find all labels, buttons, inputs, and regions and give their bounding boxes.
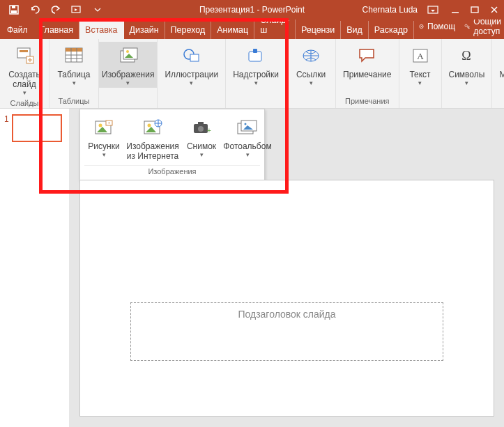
caret-icon: ▾ — [23, 89, 26, 96]
window-controls — [445, 0, 504, 20]
svg-rect-29 — [249, 52, 261, 61]
share-icon[interactable] — [464, 22, 471, 31]
pictures-button[interactable]: Рисунки ▾ — [84, 114, 123, 162]
group-media: Мультимедиа ▾ . — [492, 39, 504, 108]
illustrations-button[interactable]: Иллюстрации ▾ — [162, 42, 221, 88]
svg-rect-1 — [12, 6, 15, 8]
tab-review[interactable]: Рецензи — [296, 21, 341, 39]
group-comments-label: Примечания — [345, 95, 390, 107]
svg-point-36 — [99, 124, 102, 127]
title-bar: Презентация1 - PowerPoint Chernata Luda — [0, 0, 504, 20]
group-text: A Текст ▾ . — [399, 39, 442, 108]
table-label: Таблица — [57, 70, 90, 79]
svg-rect-19 — [66, 48, 82, 52]
ribbon-display-options-icon[interactable] — [423, 0, 443, 20]
new-slide-label: Создать слайд — [7, 70, 42, 89]
screenshot-button[interactable]: + Снимок ▾ — [182, 114, 221, 162]
maximize-icon[interactable] — [465, 0, 484, 20]
slide-thumbnail[interactable] — [12, 114, 62, 142]
slide-number: 1 — [4, 114, 9, 421]
tell-me-icon[interactable] — [418, 22, 425, 31]
comment-button[interactable]: Примечание — [340, 42, 394, 81]
tab-insert[interactable]: Вставка — [79, 21, 123, 39]
symbol-icon: Ω — [452, 43, 480, 68]
picture-file-icon — [90, 115, 118, 140]
text-button[interactable]: A Текст ▾ — [404, 42, 437, 88]
svg-rect-14 — [20, 50, 28, 52]
images-gallery-popup: Рисунки ▾ Изображения из Интернета + Сни… — [79, 109, 265, 180]
comment-icon — [353, 43, 381, 68]
svg-point-38 — [109, 123, 110, 124]
caret-icon: ▾ — [72, 79, 76, 86]
tab-design[interactable]: Дизайн — [124, 21, 165, 39]
group-illustrations: Иллюстрации ▾ . — [158, 39, 226, 108]
slide-canvas[interactable]: Подзаголовок слайда — [79, 180, 494, 417]
svg-point-26 — [126, 50, 129, 53]
share-label[interactable]: Общий доступ — [473, 17, 504, 36]
minimize-icon[interactable] — [445, 0, 465, 20]
addin-icon — [242, 43, 270, 68]
tab-transitions[interactable]: Переход — [165, 21, 212, 39]
svg-point-11 — [465, 24, 467, 26]
tab-home[interactable]: Главная — [35, 21, 80, 39]
group-images: Изображения ▾ Изображения — [99, 39, 158, 108]
group-comments: Примечание Примечания — [336, 39, 399, 108]
svg-point-10 — [421, 26, 422, 27]
content-area: 1 Рисунки ▾ Изображения из Интернета + С… — [0, 109, 504, 427]
online-pictures-button[interactable]: Изображения из Интернета — [125, 114, 181, 162]
qat-customize-icon[interactable] — [88, 0, 107, 20]
slide-editor: Рисунки ▾ Изображения из Интернета + Сни… — [70, 109, 504, 427]
symbols-label: Символы — [449, 70, 485, 79]
links-label: Ссылки — [296, 70, 326, 79]
caret-icon: ▾ — [200, 151, 204, 158]
caret-icon: ▾ — [254, 79, 258, 86]
links-button[interactable]: Ссылки ▾ — [291, 42, 331, 88]
tab-view[interactable]: Вид — [341, 21, 369, 39]
svg-text:+: + — [207, 127, 211, 134]
tab-animations[interactable]: Анимац — [211, 21, 254, 39]
textbox-icon: A — [406, 43, 434, 68]
photo-album-icon — [234, 115, 261, 140]
images-label: Изображения — [102, 70, 154, 79]
caret-icon: ▾ — [102, 151, 106, 158]
caret-icon: ▾ — [418, 79, 422, 86]
svg-rect-30 — [253, 49, 257, 53]
tell-me-label[interactable]: Помощ — [427, 22, 455, 31]
caret-icon: ▾ — [126, 79, 130, 86]
close-icon[interactable] — [484, 0, 504, 20]
start-from-beginning-icon[interactable] — [67, 0, 86, 20]
caret-icon: ▾ — [246, 151, 250, 158]
group-slides: Создать слайд ▾ Слайды — [0, 39, 49, 108]
shapes-icon — [178, 43, 206, 68]
camera-icon: + — [188, 115, 215, 140]
save-icon[interactable] — [4, 0, 24, 20]
tab-storyboard[interactable]: Раскадр — [369, 21, 414, 39]
tab-file[interactable]: Файл — [0, 21, 35, 39]
svg-point-44 — [198, 126, 204, 132]
redo-icon[interactable] — [46, 0, 66, 20]
subtitle-placeholder[interactable]: Подзаголовок слайда — [130, 302, 443, 361]
slide-thumbnails-panel: 1 — [0, 109, 70, 427]
table-button[interactable]: Таблица ▾ — [54, 42, 94, 88]
group-slides-label: Слайды — [10, 98, 39, 109]
svg-point-12 — [468, 26, 470, 28]
group-tables: Таблица ▾ Таблицы — [49, 39, 99, 108]
addins-label: Надстройки — [233, 70, 279, 79]
symbols-button[interactable]: Ω Символы ▾ — [446, 42, 488, 88]
svg-rect-28 — [190, 54, 199, 61]
new-slide-icon — [10, 43, 38, 68]
media-button[interactable]: Мультимедиа ▾ — [496, 42, 504, 88]
group-links: Ссылки ▾ . — [287, 39, 336, 108]
undo-icon[interactable] — [25, 0, 45, 20]
photo-album-button[interactable]: Фотоальбом ▾ — [222, 114, 273, 162]
svg-point-48 — [245, 123, 247, 125]
images-button[interactable]: Изображения ▾ — [99, 42, 157, 88]
new-slide-button[interactable]: Создать слайд ▾ — [4, 42, 45, 98]
media-label: Мультимедиа — [499, 70, 504, 79]
pictures-icon — [114, 43, 142, 68]
svg-rect-43 — [198, 122, 204, 125]
svg-point-40 — [148, 124, 151, 127]
ribbon: Создать слайд ▾ Слайды Таблица ▾ Таблицы… — [0, 39, 504, 109]
addins-button[interactable]: Надстройки ▾ — [230, 42, 282, 88]
caret-icon: ▾ — [465, 79, 468, 86]
